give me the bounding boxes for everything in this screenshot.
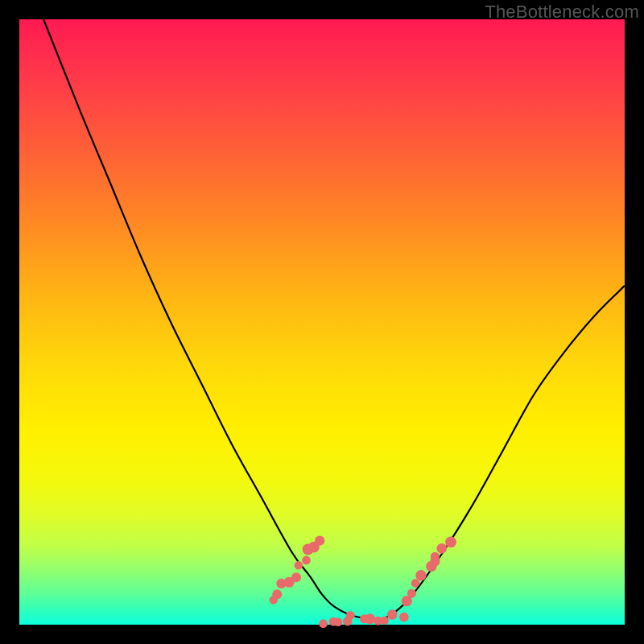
dot <box>445 536 456 547</box>
curve-layer <box>19 19 625 625</box>
dot <box>407 589 416 598</box>
dot <box>302 556 311 565</box>
dot <box>381 617 389 625</box>
highlight-dots <box>270 536 456 629</box>
dot <box>295 561 303 570</box>
dot <box>431 552 440 561</box>
dot <box>415 570 426 580</box>
bottleneck-curve <box>43 19 625 619</box>
dot <box>399 613 409 622</box>
dot <box>365 613 375 624</box>
dot <box>291 572 301 582</box>
dot <box>411 579 420 588</box>
dot <box>387 609 398 620</box>
dot <box>315 536 324 546</box>
dot <box>272 589 282 599</box>
dot <box>334 617 343 626</box>
dot <box>436 543 447 554</box>
dot <box>346 611 355 620</box>
dot <box>319 619 328 628</box>
